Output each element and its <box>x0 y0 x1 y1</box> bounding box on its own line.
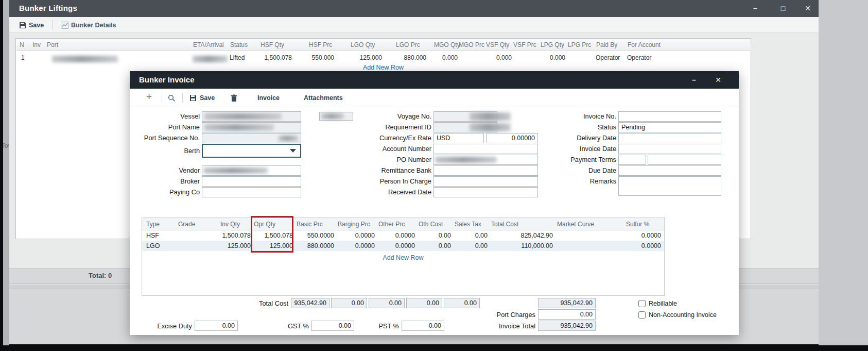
column-header[interactable]: For Account <box>628 41 661 48</box>
bunker-details-button[interactable]: Bunker Details <box>61 20 116 30</box>
column-header[interactable]: LPG Qty <box>541 41 564 48</box>
table-row[interactable]: LGO 125.000 125.000 880.0000 0.0000 0.00… <box>142 241 664 251</box>
column-header[interactable]: Inv Qty <box>220 221 240 228</box>
column-header[interactable]: HSF Prc <box>309 41 332 48</box>
column-header[interactable]: Inv <box>32 41 41 48</box>
broker-field[interactable] <box>202 176 301 187</box>
column-header[interactable]: Sales Tax <box>455 221 481 228</box>
column-header[interactable]: VSF Qty <box>486 41 509 48</box>
column-header[interactable]: Barging Prc <box>338 221 370 228</box>
save-button[interactable]: Save <box>189 93 215 103</box>
column-header[interactable]: Market Curve <box>557 221 594 228</box>
minimize-button[interactable]: – <box>688 75 700 85</box>
column-header[interactable]: MGO Qty <box>434 41 460 48</box>
cell-status[interactable]: Lifted <box>230 54 245 61</box>
column-header[interactable]: HSF Qty <box>261 41 284 48</box>
cell-paid-by[interactable]: Operator <box>596 54 620 61</box>
column-header[interactable]: Type <box>146 221 160 228</box>
search-button[interactable] <box>168 93 176 103</box>
delivery-date-field[interactable] <box>618 133 721 143</box>
cell-for-account[interactable]: Operator <box>627 54 651 61</box>
invoice-lines-table: Type Grade Inv Qty Opr Qty Basic Prc Bar… <box>142 218 665 296</box>
delete-button[interactable] <box>231 93 237 103</box>
column-header[interactable]: Status <box>230 41 248 48</box>
cell-mgo-qty[interactable]: 0.000 <box>416 54 458 61</box>
due-date-field[interactable] <box>618 165 721 176</box>
cell-hsf-qty[interactable]: 1,500.078 <box>251 54 292 61</box>
column-header[interactable]: N <box>20 41 24 48</box>
port-name-field[interactable] <box>202 122 301 132</box>
column-header[interactable]: Port <box>47 41 58 48</box>
sales-tax-sum-field[interactable] <box>444 298 480 308</box>
excise-duty-field[interactable] <box>195 321 238 331</box>
save-icon <box>19 22 26 29</box>
grand-total-field[interactable] <box>538 298 596 308</box>
status-field[interactable] <box>618 122 721 132</box>
column-header[interactable]: MGO Prc <box>459 41 484 48</box>
total-cost-sum-field[interactable] <box>291 298 329 308</box>
table-row[interactable]: HSF 1,500.078 1,500.078 550.0000 0.0000 … <box>142 230 664 241</box>
remittance-bank-field[interactable] <box>433 165 538 176</box>
account-number-field[interactable] <box>433 144 538 154</box>
invoice-no-field[interactable] <box>618 111 721 122</box>
column-header[interactable]: ETA/Arrival <box>193 41 224 48</box>
cell-n[interactable]: 1 <box>21 54 25 61</box>
other-sum-field[interactable] <box>369 298 405 308</box>
non-accounting-checkbox[interactable] <box>638 311 646 319</box>
invoice-date-field[interactable] <box>618 144 721 154</box>
port-sequence-field[interactable] <box>202 133 301 143</box>
maximize-button[interactable]: □ <box>776 3 790 13</box>
add-new-row-link[interactable]: Add New Row <box>142 254 664 261</box>
voyage-no-label: Voyage No. <box>356 111 431 121</box>
column-header[interactable]: Opr Qty <box>254 221 275 228</box>
search-icon <box>168 94 176 102</box>
vendor-field[interactable] <box>202 165 301 176</box>
ex-rate-field[interactable] <box>486 133 538 143</box>
paying-co-field[interactable] <box>202 187 301 197</box>
column-header[interactable]: VSF Prc <box>513 41 536 48</box>
po-number-label: PO Number <box>356 155 431 164</box>
column-header[interactable]: Oth Cost <box>419 221 443 228</box>
add-button[interactable]: + <box>146 92 152 102</box>
cell-hsf-prc[interactable]: 550.000 <box>293 54 334 61</box>
minimize-button[interactable]: – <box>749 3 762 13</box>
cell-lpg-qty[interactable]: 0.000 <box>524 54 565 61</box>
save-button[interactable]: Save <box>19 20 44 30</box>
taskbar-strip <box>0 345 868 351</box>
add-new-row-link[interactable]: Add New Row <box>16 64 751 71</box>
received-date-field[interactable] <box>433 187 538 197</box>
vessel-code-field[interactable] <box>319 112 353 121</box>
payment-terms-field[interactable] <box>648 155 721 165</box>
cell-lgo-qty[interactable]: 125.000 <box>341 54 382 61</box>
invoice-tab-button[interactable]: Invoice <box>257 93 280 103</box>
currency-field[interactable] <box>433 133 484 143</box>
paying-co-label: Paying Co <box>130 187 200 197</box>
vessel-field[interactable] <box>202 111 301 122</box>
invoice-total-field[interactable] <box>538 321 596 331</box>
rebillable-checkbox[interactable] <box>638 300 646 307</box>
column-header[interactable]: Basic Prc <box>297 221 323 228</box>
payment-terms-code-field[interactable] <box>618 155 646 165</box>
vessel-label: Vessel <box>130 111 200 121</box>
column-header[interactable]: LGO Qty <box>351 41 375 48</box>
person-in-charge-field[interactable] <box>433 176 538 187</box>
oth-cost-sum-field[interactable] <box>406 298 442 308</box>
column-header[interactable]: LGO Prc <box>396 41 420 48</box>
column-header[interactable]: Paid By <box>596 41 617 48</box>
attachments-tab-button[interactable]: Attachments <box>304 93 343 103</box>
cell-vsf-qty[interactable]: 0.000 <box>471 54 512 61</box>
column-header[interactable]: LPG Prc <box>568 41 591 48</box>
column-header[interactable]: Sulfur % <box>626 221 649 228</box>
chevron-down-icon <box>290 149 296 153</box>
column-header[interactable]: Total Cost <box>491 221 518 228</box>
port-charges-field[interactable] <box>538 309 596 320</box>
berth-dropdown[interactable] <box>202 144 301 158</box>
remarks-field[interactable] <box>618 176 721 196</box>
close-button[interactable]: ✕ <box>801 3 814 13</box>
pst-field[interactable] <box>402 321 444 331</box>
column-header[interactable]: Other Prc <box>378 221 405 228</box>
po-number-field[interactable] <box>433 155 538 165</box>
barging-sum-field[interactable] <box>331 298 367 308</box>
column-header[interactable]: Grade <box>178 221 195 228</box>
close-button[interactable]: ✕ <box>712 75 724 85</box>
